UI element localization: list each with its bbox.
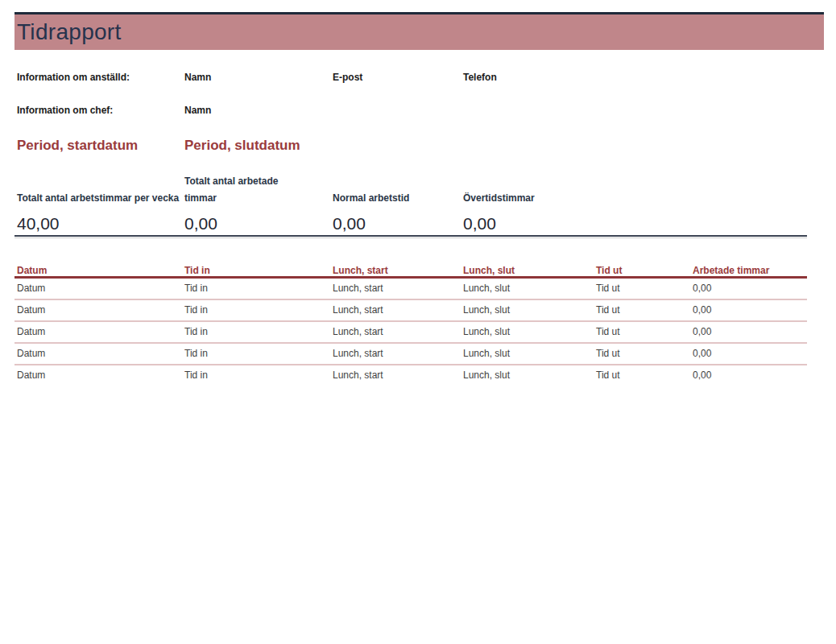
cell-lunch-start[interactable]: Lunch, start [333, 300, 463, 320]
header-tid-in: Tid in [184, 262, 333, 279]
cell-tid-in[interactable]: Tid in [184, 300, 333, 320]
header-tid-ut: Tid ut [596, 262, 693, 279]
total-weekly-hours-label: Totalt antal arbetstimmar per vecka [17, 190, 182, 207]
table-row: Datum Tid in Lunch, start Lunch, slut Ti… [14, 365, 807, 387]
cell-lunch-slut[interactable]: Lunch, slut [463, 322, 596, 342]
cell-lunch-start[interactable]: Lunch, start [333, 279, 463, 299]
header-datum: Datum [17, 262, 184, 279]
total-worked-hours-value[interactable]: 0,00 [184, 214, 333, 233]
cell-tid-in[interactable]: Tid in [184, 344, 333, 364]
table-row: Datum Tid in Lunch, start Lunch, slut Ti… [14, 344, 807, 365]
manager-info-label: Information om chef: [17, 105, 184, 116]
employee-phone-cell[interactable]: Telefon [463, 72, 596, 83]
header-lunch-slut: Lunch, slut [463, 262, 596, 279]
banner-background: Tidrapport [14, 14, 824, 50]
cell-lunch-start[interactable]: Lunch, start [333, 344, 463, 364]
employee-info-label: Information om anställd: [17, 72, 184, 83]
cell-arbetade-timmar[interactable]: 0,00 [693, 322, 807, 342]
cell-tid-ut[interactable]: Tid ut [596, 322, 693, 342]
timesheet-header-row: Datum Tid in Lunch, start Lunch, slut Ti… [14, 262, 807, 279]
normal-hours-value[interactable]: 0,00 [333, 214, 463, 233]
cell-lunch-slut[interactable]: Lunch, slut [463, 300, 596, 320]
cell-datum[interactable]: Datum [17, 344, 184, 364]
cell-tid-in[interactable]: Tid in [184, 279, 333, 299]
overtime-hours-label: Övertidstimmar [463, 190, 596, 207]
period-end-cell[interactable]: Period, slutdatum [184, 138, 333, 154]
cell-datum[interactable]: Datum [17, 365, 184, 387]
total-worked-hours-label: Totalt antal arbetade timmar [184, 173, 289, 207]
header-lunch-start: Lunch, start [333, 262, 463, 279]
cell-lunch-slut[interactable]: Lunch, slut [463, 365, 596, 387]
totals-labels-row: Totalt antal arbetstimmar per vecka Tota… [14, 173, 807, 207]
cell-tid-ut[interactable]: Tid ut [596, 365, 693, 387]
manager-name-cell[interactable]: Namn [184, 105, 333, 116]
cell-arbetade-timmar[interactable]: 0,00 [693, 344, 807, 364]
header-arbetade-timmar: Arbetade timmar [693, 262, 807, 279]
overtime-hours-value[interactable]: 0,00 [463, 214, 596, 233]
cell-tid-ut[interactable]: Tid ut [596, 300, 693, 320]
cell-tid-in[interactable]: Tid in [184, 322, 333, 342]
cell-lunch-start[interactable]: Lunch, start [333, 322, 463, 342]
timesheet-page: Tidrapport Information om anställd: Namn… [0, 12, 836, 644]
period-start-cell[interactable]: Period, startdatum [17, 138, 184, 154]
cell-datum[interactable]: Datum [17, 322, 184, 342]
cell-lunch-slut[interactable]: Lunch, slut [463, 344, 596, 364]
normal-hours-label: Normal arbetstid [333, 190, 463, 207]
totals-values-row: 40,00 0,00 0,00 0,00 [14, 214, 807, 233]
page-title: Tidrapport [17, 19, 122, 45]
cell-tid-in[interactable]: Tid in [184, 365, 333, 387]
employee-info-row: Information om anställd: Namn E-post Tel… [14, 72, 807, 83]
totals-divider-shadow [14, 237, 807, 238]
cell-arbetade-timmar[interactable]: 0,00 [693, 279, 807, 299]
employee-name-cell[interactable]: Namn [184, 72, 333, 83]
cell-lunch-start[interactable]: Lunch, start [333, 365, 463, 387]
cell-datum[interactable]: Datum [17, 279, 184, 299]
cell-tid-ut[interactable]: Tid ut [596, 344, 693, 364]
table-row: Datum Tid in Lunch, start Lunch, slut Ti… [14, 322, 807, 344]
cell-datum[interactable]: Datum [17, 300, 184, 320]
manager-info-row: Information om chef: Namn [14, 105, 807, 116]
table-row: Datum Tid in Lunch, start Lunch, slut Ti… [14, 300, 807, 322]
table-row: Datum Tid in Lunch, start Lunch, slut Ti… [14, 279, 807, 300]
employee-email-cell[interactable]: E-post [333, 72, 463, 83]
cell-tid-ut[interactable]: Tid ut [596, 279, 693, 299]
cell-arbetade-timmar[interactable]: 0,00 [693, 365, 807, 387]
totals-divider-rule [14, 235, 807, 237]
sheet-content: Information om anställd: Namn E-post Tel… [14, 72, 807, 387]
period-row: Period, startdatum Period, slutdatum [14, 138, 807, 154]
cell-arbetade-timmar[interactable]: 0,00 [693, 300, 807, 320]
cell-lunch-slut[interactable]: Lunch, slut [463, 279, 596, 299]
title-banner: Tidrapport [14, 12, 824, 50]
total-weekly-hours-value[interactable]: 40,00 [17, 214, 184, 233]
